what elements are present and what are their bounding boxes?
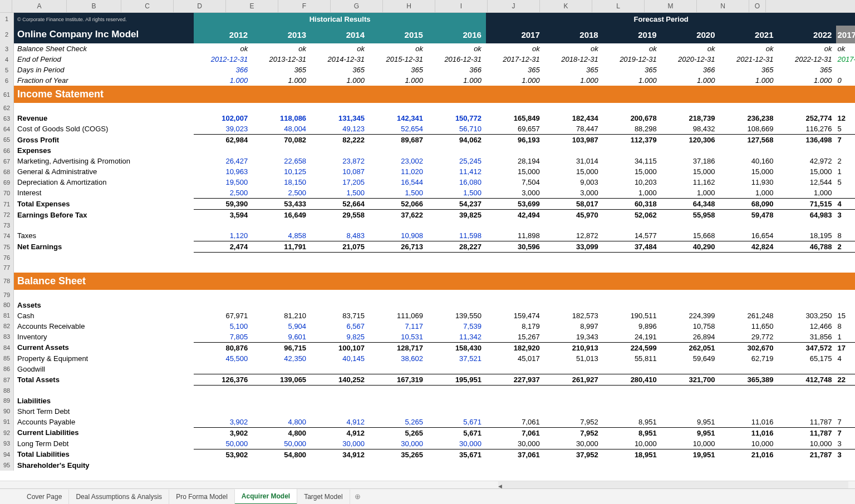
cell[interactable]: 17,205 <box>311 177 369 187</box>
cell[interactable] <box>544 406 603 417</box>
column-header-N[interactable]: N <box>697 0 749 12</box>
cell[interactable]: 4,858 <box>252 230 311 241</box>
cell[interactable]: 1.000 <box>428 75 486 86</box>
row-header-78[interactable]: 78 <box>0 273 14 290</box>
cell[interactable]: 39,023 <box>194 123 252 135</box>
cell[interactable]: 88,298 <box>603 123 661 135</box>
cell[interactable]: 366 <box>194 65 252 75</box>
row-label[interactable]: Inventory <box>14 332 194 343</box>
sheet-tab-deal-assumptions-analysis[interactable]: Deal Assumptions & Analysis <box>69 490 169 504</box>
cell-partial[interactable]: 5 <box>836 177 855 187</box>
row-label[interactable]: Total Liabilities <box>14 449 194 460</box>
cell[interactable]: 11,930 <box>720 177 778 187</box>
cell[interactable]: 4,800 <box>252 417 311 428</box>
cell[interactable] <box>194 145 252 156</box>
cell[interactable]: 182,573 <box>544 310 603 321</box>
cell[interactable]: 127,568 <box>720 135 778 146</box>
cell-partial[interactable]: 0 <box>836 75 855 86</box>
cell[interactable] <box>369 300 428 310</box>
cell[interactable]: 31,856 <box>778 332 836 343</box>
cell[interactable]: 366 <box>661 65 720 75</box>
cell[interactable]: 19,343 <box>544 332 603 343</box>
cell[interactable]: 365 <box>369 65 428 75</box>
row-label[interactable]: Goodwill <box>14 364 194 374</box>
cell[interactable] <box>369 460 428 471</box>
cell[interactable]: 10,908 <box>369 230 428 241</box>
cell[interactable]: 10,087 <box>311 166 369 177</box>
cell[interactable]: 55,811 <box>603 353 661 364</box>
cell[interactable] <box>194 460 252 471</box>
cell[interactable]: 111,069 <box>369 310 428 321</box>
cell[interactable] <box>661 364 720 374</box>
cell[interactable]: 10,963 <box>194 166 252 177</box>
cell[interactable]: 8,997 <box>544 321 603 332</box>
cell[interactable]: 8,483 <box>311 230 369 241</box>
row-header-77[interactable]: 77 <box>0 263 14 273</box>
cell[interactable]: ok <box>720 43 778 54</box>
cell[interactable]: 64,983 <box>778 210 836 221</box>
cell[interactable]: 11,791 <box>252 241 311 253</box>
cell[interactable]: ok <box>603 43 661 54</box>
cell[interactable]: 12,466 <box>778 321 836 332</box>
cell[interactable]: 7,061 <box>486 427 544 438</box>
cell[interactable] <box>311 364 369 374</box>
cell[interactable]: 7,952 <box>544 427 603 438</box>
row-label[interactable]: Short Term Debt <box>14 406 194 417</box>
cell-partial[interactable] <box>836 406 855 417</box>
row-label[interactable]: Current Liabilities <box>14 427 194 438</box>
cell[interactable]: 1,500 <box>311 187 369 199</box>
cell-partial[interactable]: 7 <box>836 427 855 438</box>
cell[interactable]: 5,904 <box>252 321 311 332</box>
sheet-tab-cover-page[interactable]: Cover Page <box>20 490 69 504</box>
row-header-4[interactable]: 4 <box>0 54 14 65</box>
cell[interactable]: 37,186 <box>661 156 720 166</box>
row-header-71[interactable]: 71 <box>0 199 14 210</box>
cell[interactable]: 11,787 <box>778 417 836 428</box>
cell[interactable]: 347,572 <box>778 342 836 353</box>
cell[interactable]: 37,521 <box>428 353 486 364</box>
cell-partial[interactable]: 22 <box>836 374 855 386</box>
cell[interactable]: 2016-12-31 <box>428 54 486 65</box>
column-header-K[interactable]: K <box>540 0 592 12</box>
column-header-I[interactable]: I <box>435 0 488 12</box>
cell[interactable]: 35,265 <box>369 449 428 460</box>
year-header-2021[interactable]: 2021 <box>720 26 778 43</box>
cell[interactable]: 7,117 <box>369 321 428 332</box>
cell[interactable]: 30,000 <box>369 438 428 449</box>
cell[interactable] <box>428 396 486 406</box>
cell[interactable]: 2013-12-31 <box>252 54 311 65</box>
row-header-95[interactable]: 95 <box>0 460 14 471</box>
row-label[interactable]: Gross Profit <box>14 135 194 146</box>
cell[interactable]: 59,390 <box>194 199 252 210</box>
cell[interactable]: 195,951 <box>428 374 486 386</box>
cell[interactable]: 52,066 <box>369 199 428 210</box>
sheet-tab-target-model[interactable]: Target Model <box>297 490 350 504</box>
cell-partial[interactable]: 12 <box>836 113 855 123</box>
cell[interactable]: 365 <box>252 65 311 75</box>
column-header-B[interactable]: B <box>67 0 121 12</box>
row-label[interactable]: Balance Sheet Check <box>14 43 194 54</box>
cell[interactable]: 8,951 <box>603 417 661 428</box>
cell-partial[interactable] <box>836 460 855 471</box>
cell[interactable]: 37,952 <box>544 449 603 460</box>
cell[interactable] <box>544 145 603 156</box>
cell-partial[interactable]: 17 <box>836 342 855 353</box>
cell[interactable]: 59,649 <box>661 353 720 364</box>
cell[interactable]: 62,984 <box>194 135 252 146</box>
cell[interactable]: 78,447 <box>544 123 603 135</box>
cell[interactable]: 42,972 <box>778 156 836 166</box>
row-header-5[interactable]: 5 <box>0 65 14 75</box>
cell[interactable]: 9,951 <box>661 417 720 428</box>
cell[interactable]: 365 <box>778 65 836 75</box>
row-label[interactable]: Taxes <box>14 230 194 241</box>
row-label[interactable]: End of Period <box>14 54 194 65</box>
cell[interactable]: 35,671 <box>428 449 486 460</box>
cell[interactable]: 98,432 <box>661 123 720 135</box>
cell[interactable]: ok <box>778 43 836 54</box>
row-header-82[interactable]: 82 <box>0 321 14 332</box>
cell[interactable]: 11,598 <box>428 230 486 241</box>
cell[interactable]: 9,951 <box>661 427 720 438</box>
cell[interactable] <box>428 300 486 310</box>
cell[interactable] <box>661 300 720 310</box>
cell-partial[interactable]: 8 <box>836 230 855 241</box>
